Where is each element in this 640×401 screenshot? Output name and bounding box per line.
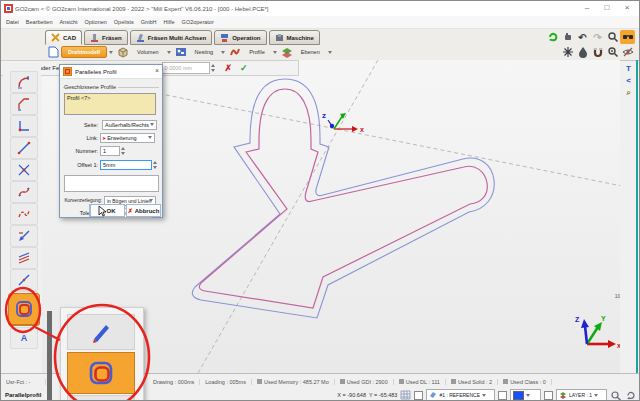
go2-view-icon[interactable] (620, 30, 635, 44)
layer-select[interactable]: LAYER : 1 (556, 389, 607, 401)
ribbon-volumen[interactable]: Volumen (115, 46, 170, 58)
maximize-button[interactable]: □ (597, 1, 617, 15)
tool-curve-button[interactable] (10, 203, 38, 225)
chevron-down-icon[interactable] (328, 51, 332, 54)
chevron-down-icon[interactable] (273, 51, 277, 54)
close-button[interactable]: × (617, 1, 637, 15)
offset-stepper[interactable] (153, 160, 157, 170)
menu-bearbeiten[interactable]: Bearbeiten (26, 19, 53, 25)
parallel-profile-icon (86, 358, 116, 388)
tool-line-button[interactable] (10, 269, 38, 291)
tab-operation[interactable]: Operation (214, 30, 266, 45)
flyout-sketch-button[interactable] (67, 314, 135, 350)
tolerance-stepper[interactable] (211, 63, 215, 73)
nummer-stepper[interactable] (121, 146, 125, 156)
tool-text-button[interactable]: A (10, 327, 38, 349)
pan-hand-icon[interactable] (560, 30, 575, 44)
tool-fillet-button[interactable] (10, 71, 38, 93)
tool-intersection-button[interactable] (10, 159, 38, 181)
tool-flyout (60, 307, 144, 401)
hide-eye-icon[interactable] (620, 45, 635, 59)
plane-select[interactable]: #1 : REFERENCE (426, 389, 495, 401)
grid-icon[interactable] (400, 390, 411, 400)
menu-optionen[interactable]: Optionen (85, 19, 107, 25)
menu-datei[interactable]: Datei (6, 19, 19, 25)
usr-fct-cell[interactable]: Usr-Fct : - (1, 379, 46, 385)
refresh-icon[interactable] (545, 30, 560, 44)
scale-bar: 10 mm (615, 267, 620, 299)
chevron-down-icon (148, 136, 152, 139)
offset-list[interactable] (64, 175, 159, 192)
menu-ansicht[interactable]: Ansicht (59, 19, 77, 25)
segment-icon (17, 141, 31, 155)
ribbon-nesting[interactable]: Nesting (173, 46, 226, 58)
chevron-down-icon[interactable] (221, 51, 225, 54)
flyout-parallel-profile-button[interactable] (67, 352, 135, 394)
color-checkbox[interactable] (498, 391, 507, 400)
ribbon-row: Drahtmodell Volumen Nesting Profile Eben… (45, 44, 334, 60)
seite-select[interactable]: Außerhalb/Rechts (102, 120, 157, 130)
zoom-settings-icon[interactable] (610, 390, 622, 401)
minimize-button[interactable]: – (577, 1, 597, 15)
menu-opelists[interactable]: Opelists (114, 19, 134, 25)
confirm-icon[interactable]: ✓ (240, 63, 248, 73)
tool-chamfer-button[interactable] (10, 93, 38, 115)
link-select[interactable]: ➤ Erweiterung (100, 133, 155, 143)
collapse-panel-icon[interactable]: < (626, 75, 631, 87)
chevron-down-icon[interactable] (167, 51, 171, 54)
nummer-label: Nummer: (60, 148, 98, 154)
profile-list-item[interactable]: Profil <7> (67, 95, 91, 101)
tolerance-field[interactable]: 0.0000 mm (162, 62, 210, 74)
flyout-next-button-peek[interactable] (67, 395, 135, 401)
cancel-icon[interactable]: ✗ (225, 63, 233, 73)
plane-checkbox[interactable] (414, 391, 423, 400)
ribbon-ebenen[interactable]: Ebenen (279, 46, 332, 58)
search-icon[interactable]: ⌕ (626, 87, 630, 99)
nummer-field[interactable]: 1 (100, 146, 120, 156)
ok-button[interactable]: ✓ OK (90, 204, 125, 217)
redo-icon[interactable]: ↷ (590, 30, 605, 44)
magnet-icon[interactable] (590, 45, 605, 59)
menu-gmbh[interactable]: GmbH (141, 19, 157, 25)
profile-contour[interactable] (199, 89, 487, 308)
menu-hilfe[interactable]: Hilfe (164, 19, 175, 25)
construction-line-vertical (198, 60, 378, 373)
tab-fraesen[interactable]: Fräsen (84, 30, 128, 45)
nesting-icon (175, 46, 187, 58)
refresh-small-icon[interactable] (625, 390, 637, 401)
curve-icon (17, 207, 31, 221)
tool-corner-button[interactable] (10, 115, 38, 137)
tool-corner-arrow-button[interactable] (10, 225, 38, 247)
filter-icon[interactable]: T (626, 63, 631, 75)
zoom-plus-icon[interactable] (605, 45, 620, 59)
dialog-close-icon[interactable]: × (155, 67, 159, 74)
ribbon-profile[interactable]: Profile (227, 46, 277, 58)
ribbon-drahtmodell[interactable]: Drahtmodell (45, 46, 113, 58)
cad-icon (51, 33, 60, 42)
abbruch-button[interactable]: ✗ Abbruch (126, 204, 161, 217)
color-select[interactable] (510, 389, 541, 401)
undo-icon[interactable]: ↶ (575, 30, 590, 44)
chamfer-icon (17, 97, 31, 111)
tab-maschine[interactable]: Maschine (269, 30, 320, 45)
offset-field[interactable]: 5mm (100, 160, 152, 170)
tool-segment-button[interactable] (10, 137, 38, 159)
profile-list[interactable]: Profil <7> (64, 93, 156, 115)
parallel-profile-icon (14, 299, 34, 319)
fill-drop-icon[interactable] (575, 45, 590, 59)
menu-go2operator[interactable]: GO2operator (182, 19, 214, 25)
chevron-down-icon[interactable] (109, 51, 113, 54)
drawing-toolbar (3, 63, 41, 401)
dialog-title-bar[interactable]: Paralleles Profil × (60, 65, 162, 79)
tool-spline-button[interactable] (10, 181, 38, 203)
text-tool-icon: A (21, 333, 28, 343)
layer-checkbox[interactable] (544, 391, 553, 400)
tab-cad[interactable]: CAD (45, 30, 82, 45)
tab-fraesen-multi-achsen[interactable]: Fräsen Multi Achsen (130, 30, 212, 45)
tool-parallel-profile-active-button[interactable] (8, 293, 40, 325)
wireframe-page-icon (47, 46, 59, 58)
axes-star-icon[interactable] (560, 45, 575, 59)
tool-parallel-lines-button[interactable] (10, 247, 38, 269)
group-label: Geschlossene Profile (64, 84, 118, 90)
zoom-icon[interactable] (605, 30, 620, 44)
